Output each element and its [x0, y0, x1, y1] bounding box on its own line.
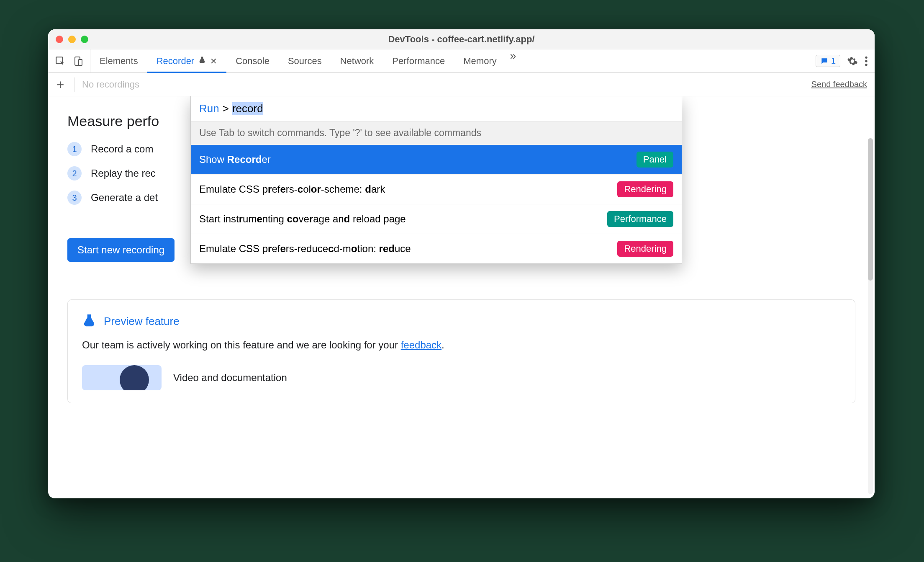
scrollbar-thumb[interactable]: [868, 138, 873, 281]
tab-label: Recorder: [157, 56, 194, 67]
message-icon: [820, 57, 829, 65]
tab-console[interactable]: Console: [226, 49, 279, 72]
tab-label: Sources: [288, 56, 322, 67]
palette-prefix: Run: [199, 102, 219, 115]
palette-caret: >: [223, 102, 229, 115]
preview-body-suffix: .: [441, 339, 444, 351]
palette-item-badge: Rendering: [617, 181, 673, 197]
palette-query: record: [232, 102, 263, 115]
recordings-dropdown[interactable]: No recordings: [82, 79, 139, 90]
preview-body-text: Our team is actively working on this fea…: [82, 339, 401, 351]
step-text: Generate a det: [91, 192, 158, 204]
minimize-window-button[interactable]: [68, 36, 76, 43]
palette-item[interactable]: Show RecorderPanel: [191, 144, 682, 174]
panel-content: Measure perfo 1Record a com 2Replay the …: [48, 96, 875, 498]
tab-label: Network: [340, 56, 374, 67]
maximize-window-button[interactable]: [81, 36, 88, 43]
flask-icon: [82, 312, 96, 330]
inspect-element-icon[interactable]: [55, 56, 66, 67]
palette-items: Show RecorderPanelEmulate CSS prefers-co…: [191, 144, 682, 263]
scrollbar[interactable]: [868, 138, 873, 494]
svg-point-3: [865, 56, 867, 58]
start-new-recording-button[interactable]: Start new recording: [67, 238, 175, 262]
close-window-button[interactable]: [56, 36, 63, 43]
palette-item-badge: Panel: [637, 152, 673, 168]
palette-item-label: Show Recorder: [199, 154, 271, 165]
palette-item-badge: Rendering: [617, 241, 673, 257]
tab-elements[interactable]: Elements: [90, 49, 147, 72]
svg-rect-2: [79, 59, 82, 65]
tab-label: Elements: [100, 56, 138, 67]
devtools-window: DevTools - coffee-cart.netlify.app/ Elem…: [48, 29, 875, 498]
tab-label: Memory: [463, 56, 496, 67]
tab-network[interactable]: Network: [331, 49, 383, 72]
message-count: 1: [831, 56, 836, 66]
tabstrip: Elements Recorder ✕ Console Sources Netw…: [48, 49, 875, 73]
tab-memory[interactable]: Memory: [454, 49, 506, 72]
palette-item[interactable]: Start instrumenting coverage and reload …: [191, 204, 682, 234]
preview-feature-card: Preview feature Our team is actively wor…: [67, 299, 855, 403]
command-palette: Run >record Use Tab to switch commands. …: [190, 96, 682, 264]
svg-point-4: [865, 60, 867, 62]
palette-item[interactable]: Emulate CSS prefers-reducecd-motion: red…: [191, 234, 682, 263]
tabstrip-left-tools: [48, 49, 90, 72]
palette-input[interactable]: Run >record: [191, 96, 682, 121]
tab-recorder[interactable]: Recorder ✕: [147, 49, 226, 72]
kebab-menu-icon[interactable]: [865, 56, 868, 67]
experiment-flask-icon: [198, 56, 206, 67]
palette-item[interactable]: Emulate CSS prefers-color-scheme: darkRe…: [191, 174, 682, 204]
step-text: Replay the rec: [91, 168, 156, 179]
doc-row: Video and documentation: [82, 365, 841, 390]
step-number-badge: 3: [67, 191, 82, 205]
tab-sources[interactable]: Sources: [279, 49, 331, 72]
window-title: DevTools - coffee-cart.netlify.app/: [48, 34, 875, 45]
palette-item-label: Start instrumenting coverage and reload …: [199, 213, 406, 225]
tabs: Elements Recorder ✕ Console Sources Netw…: [90, 49, 809, 72]
preview-title: Preview feature: [104, 315, 180, 328]
step-number-badge: 1: [67, 142, 82, 156]
tab-label: Console: [236, 56, 270, 67]
close-tab-icon[interactable]: ✕: [210, 56, 217, 66]
feedback-link[interactable]: feedback: [401, 339, 441, 351]
palette-item-label: Emulate CSS prefers-color-scheme: dark: [199, 183, 385, 195]
palette-hint: Use Tab to switch commands. Type '?' to …: [191, 121, 682, 144]
settings-gear-icon[interactable]: [847, 56, 858, 67]
step-text: Record a com: [91, 143, 153, 155]
divider: [74, 77, 74, 92]
preview-header: Preview feature: [82, 312, 841, 330]
traffic-lights: [56, 36, 88, 43]
video-thumbnail[interactable]: [82, 365, 162, 390]
palette-item-label: Emulate CSS prefers-reducecd-motion: red…: [199, 243, 411, 255]
titlebar: DevTools - coffee-cart.netlify.app/: [48, 29, 875, 49]
recorder-toolbar: ＋ No recordings Send feedback: [48, 73, 875, 96]
tab-performance[interactable]: Performance: [383, 49, 454, 72]
preview-body: Our team is actively working on this fea…: [82, 339, 841, 351]
more-tabs-icon[interactable]: »: [506, 49, 520, 72]
palette-query-text: record: [232, 102, 263, 115]
device-toggle-icon[interactable]: [73, 56, 83, 67]
svg-point-5: [865, 63, 867, 65]
palette-item-badge: Performance: [607, 211, 673, 227]
send-feedback-link[interactable]: Send feedback: [811, 80, 867, 89]
new-recording-icon[interactable]: ＋: [54, 76, 74, 93]
console-messages-badge[interactable]: 1: [816, 55, 840, 67]
tabstrip-right-tools: 1: [809, 49, 875, 72]
doc-title: Video and documentation: [173, 372, 287, 384]
tab-label: Performance: [392, 56, 445, 67]
step-number-badge: 2: [67, 166, 82, 180]
